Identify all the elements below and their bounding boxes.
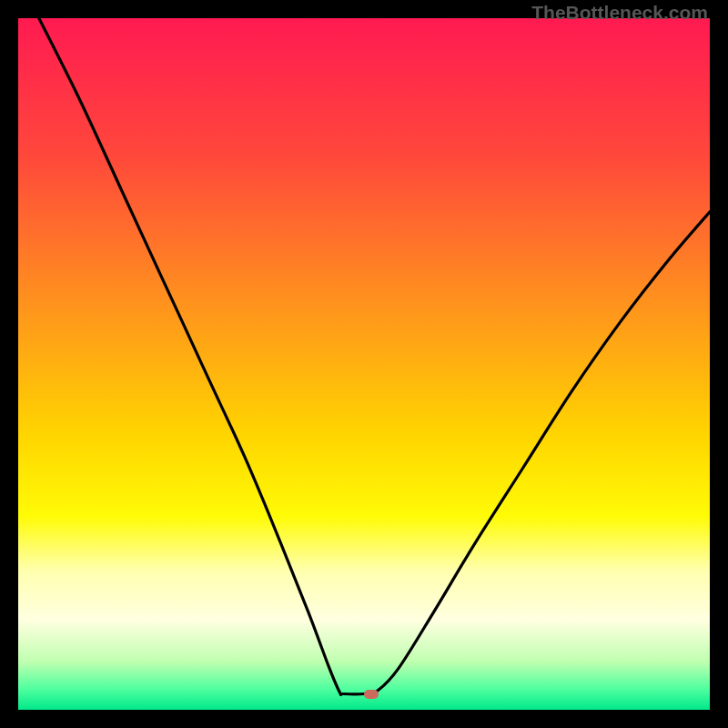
bottleneck-curve [39,18,710,694]
plot-area [18,18,710,710]
curve-layer [18,18,710,710]
watermark-text: TheBottleneck.com [531,2,708,24]
optimal-marker [364,690,379,699]
